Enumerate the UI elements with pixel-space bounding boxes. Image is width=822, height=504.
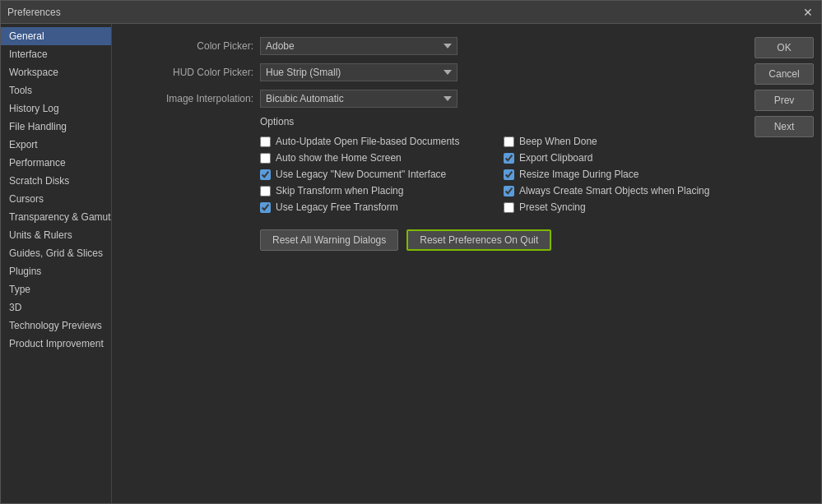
sidebar-item-workspace[interactable]: Workspace — [1, 63, 111, 81]
checkbox-home-screen: Auto show the Home Screen — [260, 152, 487, 164]
sidebar-item-plugins[interactable]: Plugins — [1, 262, 111, 280]
checkbox-resize-image: Resize Image During Place — [504, 169, 731, 180]
sidebar-item-guides--grid---slices[interactable]: Guides, Grid & Slices — [1, 244, 111, 262]
sidebar-item-file-handling[interactable]: File Handling — [1, 118, 111, 136]
checkbox-legacy-free-transform-input[interactable] — [260, 202, 271, 213]
checkbox-export-clipboard-input[interactable] — [504, 153, 514, 164]
sidebar-item-history-log[interactable]: History Log — [1, 99, 111, 118]
reset-preferences-button[interactable]: Reset Preferences On Quit — [406, 229, 551, 251]
sidebar-item-technology-previews[interactable]: Technology Previews — [1, 317, 111, 335]
ok-button[interactable]: OK — [755, 37, 814, 58]
color-picker-label: Color Picker: — [128, 40, 260, 52]
checkbox-export-clipboard-label: Export Clipboard — [519, 152, 592, 164]
bottom-buttons: Reset All Warning Dialogs Reset Preferen… — [128, 229, 731, 251]
checkbox-legacy-new-doc-input[interactable] — [260, 169, 271, 180]
sidebar-item-cursors[interactable]: Cursors — [1, 190, 111, 208]
sidebar-item-interface[interactable]: Interface — [1, 45, 111, 63]
checkbox-skip-transform-label: Skip Transform when Placing — [276, 185, 403, 197]
sidebar-item-tools[interactable]: Tools — [1, 81, 111, 99]
sidebar: GeneralInterfaceWorkspaceToolsHistory Lo… — [1, 24, 112, 503]
sidebar-item-3d[interactable]: 3D — [1, 298, 111, 317]
sidebar-item-product-improvement[interactable]: Product Improvement — [1, 335, 111, 353]
checkbox-skip-transform-input[interactable] — [260, 186, 271, 197]
checkbox-skip-transform: Skip Transform when Placing — [260, 185, 487, 197]
checkbox-beep-label: Beep When Done — [519, 136, 597, 147]
checkbox-preset-syncing: Preset Syncing — [504, 201, 731, 213]
checkbox-smart-objects-label: Always Create Smart Objects when Placing — [519, 185, 709, 197]
prev-button[interactable]: Prev — [755, 90, 814, 111]
checkbox-smart-objects-input[interactable] — [504, 186, 514, 197]
sidebar-item-scratch-disks[interactable]: Scratch Disks — [1, 172, 111, 190]
sidebar-item-performance[interactable]: Performance — [1, 154, 111, 172]
hud-color-picker-row: HUD Color Picker: Hue Strip (Small) — [128, 63, 731, 81]
dialog-body: GeneralInterfaceWorkspaceToolsHistory Lo… — [1, 24, 821, 503]
sidebar-item-transparency---gamut[interactable]: Transparency & Gamut — [1, 208, 111, 226]
checkbox-preset-syncing-input[interactable] — [504, 202, 514, 213]
hud-color-picker-select[interactable]: Hue Strip (Small) — [260, 63, 457, 81]
options-title: Options — [128, 116, 731, 127]
color-picker-row: Color Picker: Adobe — [128, 37, 731, 55]
main-content: Color Picker: Adobe HUD Color Picker: Hu… — [112, 24, 747, 503]
sidebar-item-units---rulers[interactable]: Units & Rulers — [1, 226, 111, 244]
dialog-title: Preferences — [7, 7, 61, 18]
checkbox-beep: Beep When Done — [504, 136, 731, 147]
checkbox-resize-image-label: Resize Image During Place — [519, 169, 639, 180]
checkbox-beep-input[interactable] — [504, 136, 514, 147]
hud-color-picker-label: HUD Color Picker: — [128, 67, 260, 78]
image-interpolation-row: Image Interpolation: Bicubic Automatic — [128, 90, 731, 108]
next-button[interactable]: Next — [755, 116, 814, 137]
checkbox-auto-update-label: Auto-Update Open File-based Documents — [276, 136, 459, 147]
checkbox-auto-update: Auto-Update Open File-based Documents — [260, 136, 487, 147]
title-bar: Preferences ✕ — [1, 1, 821, 24]
color-picker-select[interactable]: Adobe — [260, 37, 457, 55]
checkbox-home-screen-input[interactable] — [260, 153, 271, 164]
sidebar-item-type[interactable]: Type — [1, 280, 111, 298]
reset-warnings-button[interactable]: Reset All Warning Dialogs — [260, 229, 398, 251]
action-buttons: OK Cancel Prev Next — [747, 24, 821, 503]
checkbox-auto-update-input[interactable] — [260, 136, 271, 147]
sidebar-item-general[interactable]: General — [1, 27, 111, 45]
options-grid: Auto-Update Open File-based Documents Be… — [128, 136, 731, 213]
checkbox-legacy-new-doc: Use Legacy "New Document" Interface — [260, 169, 487, 180]
image-interpolation-label: Image Interpolation: — [128, 93, 260, 104]
options-section: Options Auto-Update Open File-based Docu… — [128, 116, 731, 213]
checkbox-legacy-free-transform: Use Legacy Free Transform — [260, 201, 487, 213]
preferences-dialog: Preferences ✕ GeneralInterfaceWorkspaceT… — [0, 0, 822, 504]
close-button[interactable]: ✕ — [801, 6, 815, 19]
sidebar-item-export[interactable]: Export — [1, 136, 111, 154]
checkbox-smart-objects: Always Create Smart Objects when Placing — [504, 185, 731, 197]
checkbox-resize-image-input[interactable] — [504, 169, 514, 180]
checkbox-preset-syncing-label: Preset Syncing — [519, 201, 586, 213]
checkbox-legacy-free-transform-label: Use Legacy Free Transform — [276, 201, 398, 213]
checkbox-export-clipboard: Export Clipboard — [504, 152, 731, 164]
checkbox-legacy-new-doc-label: Use Legacy "New Document" Interface — [276, 169, 446, 180]
cancel-button[interactable]: Cancel — [755, 63, 814, 85]
checkbox-home-screen-label: Auto show the Home Screen — [276, 152, 402, 164]
image-interpolation-select[interactable]: Bicubic Automatic — [260, 90, 457, 108]
